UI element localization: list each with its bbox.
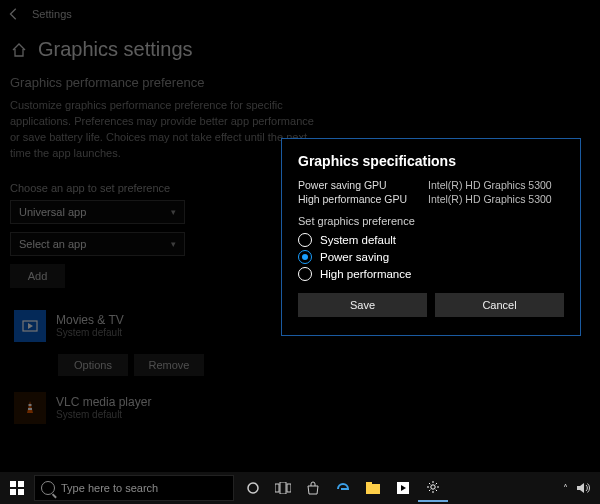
radio-icon	[298, 267, 312, 281]
page-title: Graphics settings	[38, 38, 193, 61]
taskbar-search[interactable]: Type here to search	[34, 475, 234, 501]
radio-icon	[298, 250, 312, 264]
tray-chevron-icon[interactable]: ˄	[563, 483, 568, 494]
chevron-down-icon: ▾	[171, 207, 176, 217]
section-subhead: Graphics performance preference	[10, 75, 590, 90]
add-button[interactable]: Add	[10, 264, 65, 288]
svg-rect-4	[18, 481, 24, 487]
taskbar-app-store[interactable]	[298, 474, 328, 502]
svg-rect-9	[280, 482, 286, 494]
window-title: Settings	[32, 8, 72, 20]
taskbar-app-settings[interactable]	[418, 474, 448, 502]
movies-tv-icon	[14, 310, 46, 342]
svg-point-14	[431, 485, 435, 489]
svg-rect-8	[275, 484, 279, 492]
taskbar-app-video[interactable]	[388, 474, 418, 502]
cancel-button[interactable]: Cancel	[435, 293, 564, 317]
app-pref: System default	[56, 409, 151, 420]
select-app-select[interactable]: Select an app ▾	[10, 232, 185, 256]
search-placeholder: Type here to search	[61, 482, 158, 494]
vlc-icon	[14, 392, 46, 424]
svg-rect-2	[28, 408, 32, 410]
svg-rect-5	[10, 489, 16, 495]
system-tray[interactable]: ˄	[557, 482, 596, 494]
chevron-down-icon: ▾	[171, 239, 176, 249]
cortana-icon[interactable]	[238, 474, 268, 502]
graphics-spec-dialog: Graphics specifications Power saving GPU…	[281, 138, 581, 336]
select-app-value: Select an app	[19, 238, 86, 250]
options-button[interactable]: Options	[58, 354, 128, 376]
remove-button[interactable]: Remove	[134, 354, 204, 376]
taskbar-app-explorer[interactable]	[358, 474, 388, 502]
app-name: Movies & TV	[56, 313, 124, 327]
gpu-row: Power saving GPU Intel(R) HD Graphics 53…	[298, 179, 564, 191]
volume-icon[interactable]	[576, 482, 590, 494]
svg-rect-11	[366, 484, 380, 494]
section-desc: Customize graphics performance preferenc…	[10, 98, 320, 162]
app-name: VLC media player	[56, 395, 151, 409]
svg-point-7	[248, 483, 258, 493]
app-type-select[interactable]: Universal app ▾	[10, 200, 185, 224]
back-button[interactable]	[4, 4, 24, 24]
app-row[interactable]: VLC media player System default	[10, 386, 590, 430]
svg-rect-3	[10, 481, 16, 487]
radio-icon	[298, 233, 312, 247]
dialog-sublabel: Set graphics preference	[298, 215, 564, 227]
radio-system-default[interactable]: System default	[298, 233, 564, 247]
app-type-value: Universal app	[19, 206, 86, 218]
svg-rect-1	[29, 404, 32, 406]
dialog-title: Graphics specifications	[298, 153, 564, 169]
svg-rect-12	[366, 482, 372, 485]
radio-high-performance[interactable]: High performance	[298, 267, 564, 281]
svg-rect-10	[287, 484, 291, 492]
radio-power-saving[interactable]: Power saving	[298, 250, 564, 264]
taskbar-app-edge[interactable]	[328, 474, 358, 502]
start-button[interactable]	[4, 475, 30, 501]
taskbar: Type here to search ˄	[0, 472, 600, 504]
app-pref: System default	[56, 327, 124, 338]
svg-rect-6	[18, 489, 24, 495]
save-button[interactable]: Save	[298, 293, 427, 317]
task-view-icon[interactable]	[268, 474, 298, 502]
home-icon[interactable]	[10, 41, 28, 59]
search-icon	[41, 481, 55, 495]
gpu-row: High performance GPU Intel(R) HD Graphic…	[298, 193, 564, 205]
